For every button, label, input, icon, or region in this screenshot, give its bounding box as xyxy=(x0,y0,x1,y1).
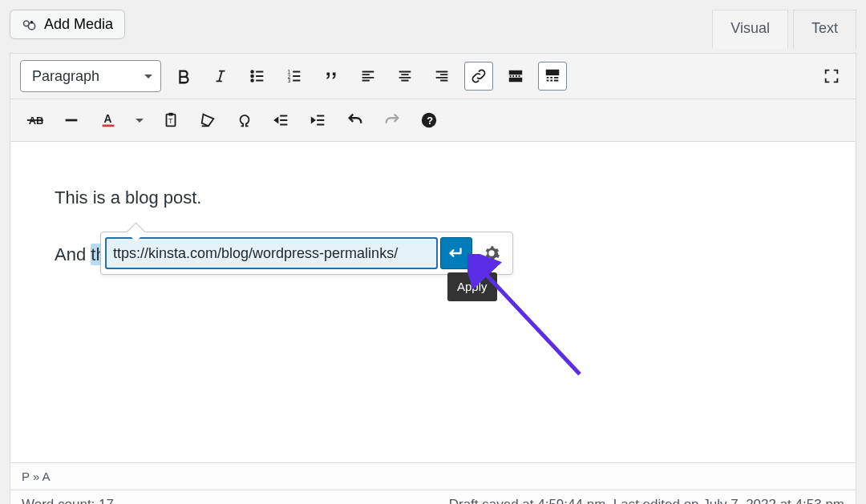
help-button[interactable]: ? xyxy=(415,106,443,135)
align-right-button[interactable] xyxy=(427,62,456,91)
editor-panel: Paragraph 123 ABC A T ? This is a blog p… xyxy=(10,53,856,504)
svg-point-3 xyxy=(251,75,253,78)
tab-visual[interactable]: Visual xyxy=(712,10,788,49)
word-count: Word count: 17 xyxy=(22,497,114,504)
svg-text:3: 3 xyxy=(288,78,291,83)
gear-icon xyxy=(483,244,500,262)
svg-text:T: T xyxy=(168,118,172,125)
status-bar: P » A Word count: 17 Draft saved at 4:59… xyxy=(10,462,856,504)
apply-tooltip: Apply xyxy=(447,272,497,301)
link-button[interactable] xyxy=(464,62,493,91)
chevron-down-icon xyxy=(144,75,152,83)
strikethrough-button[interactable]: ABC xyxy=(20,106,49,135)
svg-rect-13 xyxy=(168,113,173,116)
text-color-chevron-icon[interactable] xyxy=(131,106,148,135)
media-icon xyxy=(22,17,38,33)
svg-point-2 xyxy=(251,71,253,73)
svg-point-1 xyxy=(28,22,34,29)
tab-text[interactable]: Text xyxy=(793,10,856,49)
indent-button[interactable] xyxy=(304,106,333,135)
link-insert-popup: Apply xyxy=(100,232,513,275)
undo-button[interactable] xyxy=(341,106,370,135)
align-center-button[interactable] xyxy=(391,62,419,91)
toolbar-row-1: Paragraph 123 xyxy=(10,54,856,99)
text-color-button[interactable]: A xyxy=(94,106,123,135)
svg-point-4 xyxy=(251,79,253,82)
add-media-button[interactable]: Add Media xyxy=(10,10,125,39)
url-input[interactable] xyxy=(106,238,437,268)
format-dropdown[interactable]: Paragraph xyxy=(20,60,161,92)
special-char-button[interactable] xyxy=(230,106,259,135)
outdent-button[interactable] xyxy=(267,106,296,135)
redo-button[interactable] xyxy=(378,106,407,135)
align-left-button[interactable] xyxy=(354,62,382,91)
save-status: Draft saved at 4:59:44 pm. Last edited o… xyxy=(449,497,844,504)
add-media-label: Add Media xyxy=(44,16,113,33)
svg-text:A: A xyxy=(104,113,112,125)
svg-rect-11 xyxy=(103,125,115,127)
horizontal-rule-button[interactable] xyxy=(57,106,86,135)
toolbar-toggle-button[interactable] xyxy=(538,62,567,91)
svg-rect-8 xyxy=(547,71,559,75)
numbered-list-button[interactable]: 123 xyxy=(280,62,309,91)
element-path[interactable]: P » A xyxy=(10,463,856,490)
link-options-button[interactable] xyxy=(475,237,508,269)
editor-tabs: Visual Text xyxy=(712,10,856,49)
fullscreen-button[interactable] xyxy=(817,62,846,91)
blockquote-button[interactable] xyxy=(317,62,346,91)
toolbar-row-2: ABC A T ? xyxy=(10,99,856,142)
editor-content[interactable]: This is a blog post. And this is an inte… xyxy=(10,142,856,462)
bold-button[interactable] xyxy=(169,62,198,91)
svg-text:?: ? xyxy=(427,115,433,127)
apply-link-button[interactable] xyxy=(440,237,472,269)
italic-button[interactable] xyxy=(206,62,235,91)
read-more-button[interactable] xyxy=(501,62,530,91)
bullet-list-button[interactable] xyxy=(243,62,272,91)
clear-formatting-button[interactable] xyxy=(193,106,222,135)
enter-icon xyxy=(447,244,465,262)
paste-as-text-button[interactable]: T xyxy=(156,106,185,135)
paragraph: This is a blog post. xyxy=(55,183,811,212)
